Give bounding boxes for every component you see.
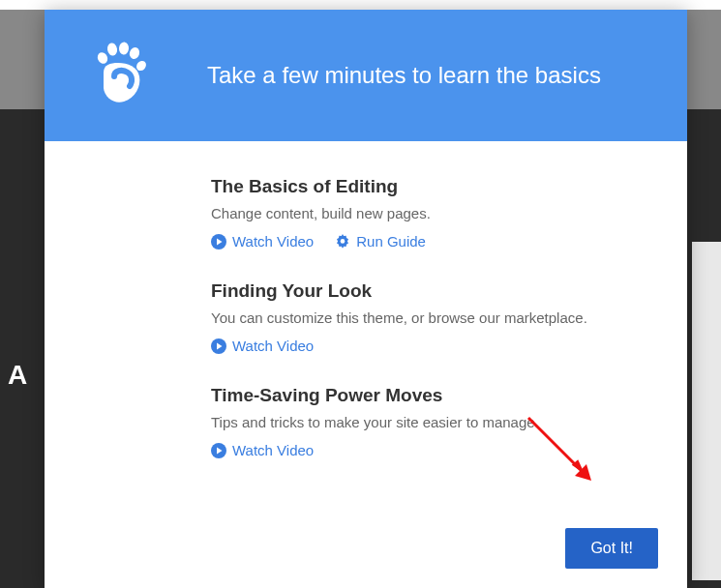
svg-point-2 [118, 42, 129, 55]
link-label: Watch Video [232, 338, 314, 354]
run-guide-link[interactable]: Run Guide [335, 233, 426, 250]
section-links: Watch Video [211, 338, 658, 354]
watch-video-link[interactable]: Watch Video [211, 338, 314, 354]
hand-logo-icon [91, 42, 149, 109]
section-desc: Change content, build new pages. [211, 205, 658, 221]
section-title: The Basics of Editing [211, 176, 658, 197]
svg-point-3 [128, 46, 141, 61]
modal-header: Take a few minutes to learn the basics [45, 10, 687, 141]
modal-title: Take a few minutes to learn the basics [207, 62, 601, 89]
modal-body: The Basics of Editing Change content, bu… [45, 141, 687, 528]
link-label: Run Guide [356, 233, 426, 250]
play-circle-icon [211, 443, 226, 458]
modal-footer: Got It! [45, 528, 687, 588]
section-title: Finding Your Look [211, 280, 658, 302]
backdrop-letter: A [8, 360, 27, 391]
watch-video-link[interactable]: Watch Video [211, 233, 314, 250]
svg-point-0 [96, 50, 109, 65]
page-backdrop-right [692, 242, 721, 580]
play-circle-icon [211, 234, 226, 250]
svg-point-6 [341, 239, 345, 244]
section-desc: You can customize this theme, or browse … [211, 309, 658, 326]
gear-icon [335, 234, 350, 250]
section-links: Watch Video [211, 442, 658, 458]
section-basics: The Basics of Editing Change content, bu… [211, 176, 658, 250]
section-desc: Tips and tricks to make your site easier… [211, 414, 658, 430]
svg-point-1 [106, 43, 118, 57]
link-label: Watch Video [232, 233, 314, 250]
section-title: Time-Saving Power Moves [211, 385, 658, 406]
link-label: Watch Video [232, 442, 314, 458]
watch-video-link[interactable]: Watch Video [211, 442, 314, 458]
section-power-moves: Time-Saving Power Moves Tips and tricks … [211, 385, 658, 458]
onboarding-modal: Take a few minutes to learn the basics T… [45, 10, 687, 588]
got-it-button[interactable]: Got It! [565, 528, 658, 569]
section-links: Watch Video Run Guide [211, 233, 658, 250]
play-circle-icon [211, 338, 226, 354]
section-look: Finding Your Look You can customize this… [211, 280, 658, 354]
